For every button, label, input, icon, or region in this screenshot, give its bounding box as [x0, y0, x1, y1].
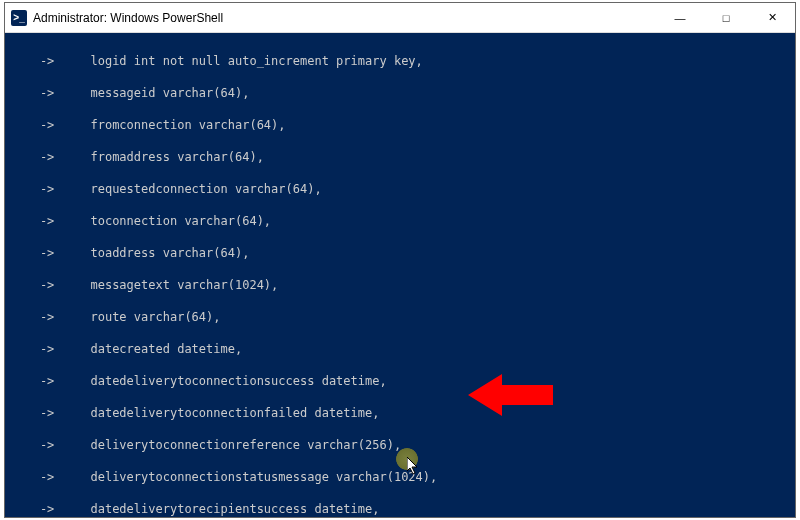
- powershell-icon: >_: [11, 10, 27, 26]
- console-area[interactable]: -> logid int not null auto_increment pri…: [5, 33, 795, 517]
- titlebar[interactable]: >_ Administrator: Windows PowerShell — □…: [5, 3, 795, 33]
- close-button[interactable]: ✕: [749, 3, 795, 33]
- sql-line: -> datedeliverytorecipientsuccess dateti…: [11, 501, 789, 517]
- sql-line: -> datedeliverytoconnectionfailed dateti…: [11, 405, 789, 421]
- sql-line: -> messageid varchar(64),: [11, 85, 789, 101]
- sql-line: -> fromconnection varchar(64),: [11, 117, 789, 133]
- sql-line: -> route varchar(64),: [11, 309, 789, 325]
- sql-line: -> logid int not null auto_increment pri…: [11, 53, 789, 69]
- sql-line: -> datecreated datetime,: [11, 341, 789, 357]
- sql-line: -> requestedconnection varchar(64),: [11, 181, 789, 197]
- sql-line: -> fromaddress varchar(64),: [11, 149, 789, 165]
- window-title: Administrator: Windows PowerShell: [33, 11, 223, 25]
- sql-line: -> datedeliverytoconnectionsuccess datet…: [11, 373, 789, 389]
- sql-line: -> deliverytoconnectionstatusmessage var…: [11, 469, 789, 485]
- sql-line: -> deliverytoconnectionreference varchar…: [11, 437, 789, 453]
- minimize-button[interactable]: —: [657, 3, 703, 33]
- maximize-button[interactable]: □: [703, 3, 749, 33]
- powershell-window: >_ Administrator: Windows PowerShell — □…: [4, 2, 796, 518]
- sql-line: -> toaddress varchar(64),: [11, 245, 789, 261]
- sql-line: -> toconnection varchar(64),: [11, 213, 789, 229]
- sql-line: -> messagetext varchar(1024),: [11, 277, 789, 293]
